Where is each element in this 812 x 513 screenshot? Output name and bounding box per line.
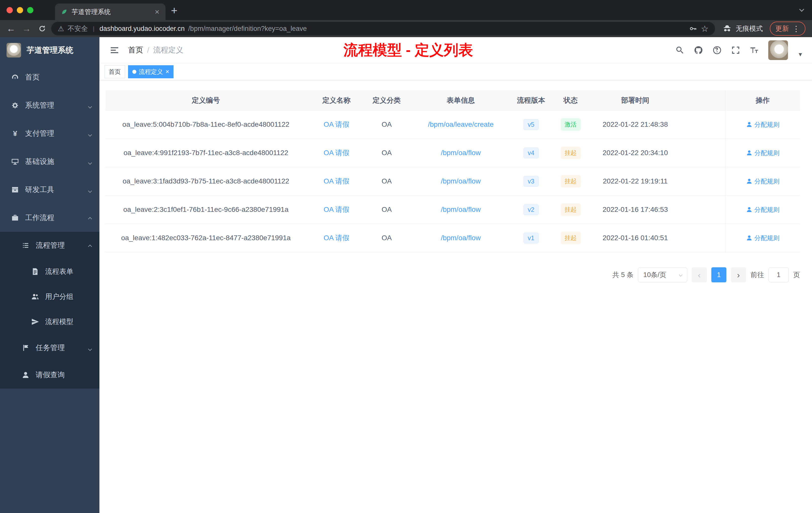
tab-strip: 芋道管理系统 × +	[0, 0, 812, 20]
sidebar-item-process-form[interactable]: 流程表单	[0, 259, 99, 284]
action-label: 分配规则	[754, 149, 780, 157]
collapse-sidebar-icon[interactable]	[110, 45, 119, 55]
tag-process-definition[interactable]: 流程定义 ×	[128, 65, 174, 78]
sidebar-item-leave-query[interactable]: 请假查询	[0, 361, 99, 389]
page-size-select[interactable]: 10条/页	[638, 267, 687, 282]
definition-name-link[interactable]: OA 请假	[324, 205, 349, 214]
version-badge: v4	[523, 148, 539, 158]
minimize-window-button[interactable]	[17, 7, 23, 13]
sidebar-item-user-group[interactable]: 用户分组	[0, 284, 99, 309]
assign-rule-button[interactable]: 分配规则	[746, 206, 780, 214]
form-link[interactable]: /bpm/oa/flow	[441, 177, 481, 185]
github-icon[interactable]	[694, 46, 703, 55]
tab-close-icon[interactable]: ×	[155, 7, 160, 17]
reload-button[interactable]	[36, 22, 49, 35]
user-avatar[interactable]	[768, 40, 788, 60]
breadcrumb-current: 流程定义	[153, 45, 183, 55]
current-page-button[interactable]: 1	[711, 267, 726, 282]
tag-home[interactable]: 首页	[105, 65, 125, 78]
app-logo-row[interactable]: 芋道管理系统	[0, 37, 99, 63]
sidebar-item-home[interactable]: 首页	[0, 63, 99, 91]
bookmark-star-icon[interactable]: ☆	[701, 24, 708, 34]
definition-name-link[interactable]: OA 请假	[324, 233, 349, 243]
briefcase-icon	[11, 214, 19, 222]
sidebar-item-label: 支付管理	[25, 128, 54, 139]
avatar-caret-icon[interactable]: ▾	[799, 51, 802, 60]
help-icon[interactable]	[712, 46, 722, 55]
password-key-icon[interactable]	[689, 24, 697, 33]
deploy-time: 2022-01-16 01:40:51	[594, 224, 677, 252]
prev-page-button[interactable]: ‹	[692, 267, 707, 282]
chevron-down-icon	[89, 186, 91, 194]
breadcrumb-home[interactable]: 首页	[128, 45, 143, 55]
new-tab-button[interactable]: +	[171, 3, 177, 18]
action-label: 分配规则	[754, 120, 780, 129]
browser-tab[interactable]: 芋道管理系统 ×	[55, 3, 166, 20]
back-button[interactable]: ←	[4, 22, 18, 35]
sidebar-item-infrastructure[interactable]: 基础设施	[0, 148, 99, 176]
browser-chrome: 芋道管理系统 × + ← → ⚠ 不安全 | dashboard.yudao.i…	[0, 0, 812, 37]
status-badge: 挂起	[561, 203, 581, 216]
chevron-down-icon	[679, 273, 683, 277]
sidebar-item-payment[interactable]: ¥ 支付管理	[0, 119, 99, 148]
goto-page-input[interactable]	[768, 267, 789, 282]
tab-title: 芋道管理系统	[71, 7, 151, 16]
version-badge: v1	[523, 233, 539, 243]
sidebar-item-process-model[interactable]: 流程模型	[0, 309, 99, 334]
url-divider: |	[93, 25, 94, 32]
chrome-update-button[interactable]: 更新 ⋮	[770, 22, 806, 36]
tag-close-icon[interactable]: ×	[166, 68, 169, 76]
address-bar: ← → ⚠ 不安全 | dashboard.yudao.iocoder.cn/b…	[0, 20, 812, 37]
forward-button[interactable]: →	[20, 22, 33, 35]
toolbox-icon	[11, 186, 19, 194]
assign-rule-button[interactable]: 分配规则	[746, 120, 780, 129]
next-page-button[interactable]: ›	[731, 267, 746, 282]
sidebar-item-label: 工作流程	[25, 213, 54, 223]
update-label: 更新	[775, 24, 789, 33]
definition-name-link[interactable]: OA 请假	[324, 176, 349, 186]
person-icon	[746, 206, 753, 213]
definition-name-link[interactable]: OA 请假	[324, 120, 349, 129]
column-header: 定义编号	[106, 90, 306, 110]
zoom-window-button[interactable]	[27, 7, 33, 13]
incognito-badge: 无痕模式	[718, 24, 767, 34]
chevron-up-icon	[89, 214, 91, 222]
table-header-row: 定义编号 定义名称 定义分类 表单信息 流程版本 状态 部署时间 操作	[106, 90, 800, 111]
fullscreen-icon[interactable]	[731, 46, 741, 55]
table-row: oa_leave:3:1fad3d93-7b75-11ec-a3c8-acde4…	[106, 167, 800, 195]
sidebar-item-system[interactable]: 系统管理	[0, 91, 99, 119]
form-link[interactable]: /bpm/oa/flow	[441, 234, 481, 242]
sidebar-item-label: 任务管理	[36, 343, 65, 353]
omnibox[interactable]: ⚠ 不安全 | dashboard.yudao.iocoder.cn/bpm/m…	[51, 22, 715, 35]
sidebar-item-workflow[interactable]: 工作流程	[0, 204, 99, 232]
chevron-down-icon	[89, 158, 91, 166]
person-icon	[746, 121, 753, 128]
sidebar-item-process-management[interactable]: 流程管理	[0, 232, 99, 259]
font-size-icon[interactable]	[750, 46, 759, 55]
chevron-down-icon	[89, 129, 91, 138]
chevron-down-icon	[89, 101, 91, 110]
sidebar-item-label: 首页	[25, 72, 40, 82]
chevron-down-icon	[89, 344, 91, 352]
search-icon[interactable]	[675, 46, 685, 55]
close-window-button[interactable]	[6, 7, 13, 13]
definition-id: oa_leave:5:004b710b-7b8a-11ec-8ef0-acde4…	[106, 111, 306, 139]
version-badge: v2	[523, 204, 539, 215]
assign-rule-button[interactable]: 分配规则	[746, 234, 780, 242]
form-link[interactable]: /bpm/oa/flow	[441, 206, 481, 214]
sidebar-item-task-management[interactable]: 任务管理	[0, 334, 99, 361]
form-link[interactable]: /bpm/oa/leave/create	[428, 120, 494, 128]
browser-menu-icon[interactable]: ⋮	[792, 24, 800, 33]
version-badge: v3	[523, 176, 539, 187]
security-warning-icon[interactable]: ⚠	[58, 25, 64, 33]
form-link[interactable]: /bpm/oa/flow	[441, 149, 481, 157]
assign-rule-button[interactable]: 分配规则	[746, 177, 780, 185]
goto-unit: 页	[793, 270, 800, 279]
sidebar-item-devtools[interactable]: 研发工具	[0, 176, 99, 204]
table-row: oa_leave:4:991f2193-7b7f-11ec-a3c8-acde4…	[106, 139, 800, 167]
active-dot	[132, 70, 136, 74]
assign-rule-button[interactable]: 分配规则	[746, 149, 780, 157]
tab-search-icon[interactable]	[800, 7, 804, 12]
definition-name-link[interactable]: OA 请假	[324, 148, 349, 158]
monitor-icon	[11, 158, 19, 165]
